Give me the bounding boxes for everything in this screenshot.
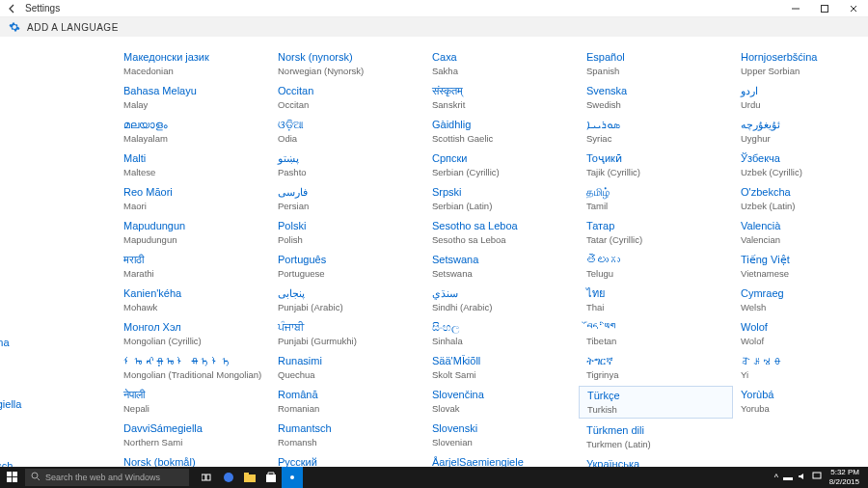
language-item[interactable]: OccitanOccitan bbox=[270, 82, 424, 113]
language-item[interactable]: arbščinaian bbox=[0, 334, 116, 365]
language-item[interactable]: SlovenčinaSlovak bbox=[424, 386, 579, 417]
language-item[interactable]: मराठीMarathi bbox=[116, 251, 270, 282]
explorer-icon[interactable] bbox=[239, 467, 260, 488]
language-item[interactable]: MaltiMaltese bbox=[116, 149, 270, 180]
settings-taskbar-icon[interactable] bbox=[282, 467, 303, 488]
language-item[interactable]: СахаSakha bbox=[424, 48, 579, 79]
language-item[interactable] bbox=[0, 194, 116, 219]
language-item[interactable]: CymraegWelsh bbox=[733, 285, 868, 315]
language-item[interactable]: RumantschRomansh bbox=[270, 420, 424, 450]
store-icon[interactable] bbox=[260, 467, 282, 488]
language-item[interactable] bbox=[0, 48, 116, 73]
language-item[interactable]: Sää'MǩiõllSkolt Sami bbox=[424, 352, 579, 383]
language-item[interactable]: EspañolSpanish bbox=[579, 48, 733, 79]
search-placeholder: Search the web and Windows bbox=[45, 473, 160, 482]
language-item[interactable]: ValenciàValencian bbox=[733, 217, 868, 248]
taskbar-clock[interactable]: 5:32 PM 8/2/2015 bbox=[827, 468, 862, 487]
language-item[interactable]: SlovenskiSlovenian bbox=[424, 420, 579, 450]
tray-chevron-icon[interactable]: ^ bbox=[774, 473, 778, 482]
language-item[interactable]: ᠮᠣᠩᠭᠣᠯ ᠬᠡᠯᠡMongolian (Traditional Mongol… bbox=[116, 352, 270, 383]
close-button[interactable] bbox=[839, 0, 868, 17]
language-item[interactable]: ไทยThai bbox=[579, 285, 733, 315]
language-item[interactable]: Tiếng ViệtVietnamese bbox=[733, 251, 868, 282]
language-item[interactable]: پښتوPashto bbox=[270, 149, 424, 180]
language-item[interactable]: O'zbekchaUzbek (Latin) bbox=[733, 183, 868, 214]
back-icon[interactable] bbox=[6, 2, 19, 15]
language-item[interactable]: Reo MāoriMaori bbox=[116, 183, 270, 214]
language-item[interactable]: li bbox=[0, 138, 116, 163]
language-item[interactable]: ТоҷикӣTajik (Cyrillic) bbox=[579, 149, 733, 180]
taskbar-search[interactable]: Search the web and Windows bbox=[25, 469, 189, 486]
page-header: ADD A LANGUAGE bbox=[0, 17, 868, 37]
language-item[interactable]: Македонски јазикMacedonian bbox=[116, 48, 270, 79]
language-item[interactable] bbox=[0, 166, 116, 191]
edge-icon[interactable] bbox=[218, 467, 239, 488]
language-item[interactable]: PolskiPolish bbox=[270, 217, 424, 248]
language-item[interactable]: SrpskiSerbian (Latin) bbox=[424, 183, 579, 214]
language-item[interactable] bbox=[0, 429, 116, 454]
language-item[interactable]: WolofWolof bbox=[733, 318, 868, 349]
language-item[interactable]: GàidhligScottish Gaelic bbox=[424, 116, 579, 147]
language-item[interactable]: Sesotho sa LeboaSesotho sa Leboa bbox=[424, 217, 579, 248]
language-item[interactable]: संस्कृतम्Sanskrit bbox=[424, 82, 579, 113]
language-item[interactable]: ଓଡ଼ିଆOdia bbox=[270, 116, 424, 147]
language-item[interactable]: ܣܘܪܝܝܐSyriac bbox=[579, 116, 733, 147]
language-item[interactable]: РусскийRussian bbox=[270, 453, 424, 467]
language-item[interactable]: ئۇيغۇرچەUyghur bbox=[733, 116, 868, 147]
language-native-name: Yorùbá bbox=[741, 388, 868, 402]
minimize-button[interactable] bbox=[781, 0, 810, 17]
language-item[interactable]: СрпскиSerbian (Cyrillic) bbox=[424, 149, 579, 180]
language-item[interactable] bbox=[0, 367, 116, 393]
language-item[interactable]: RomânăRomanian bbox=[270, 386, 424, 417]
tray-network-icon[interactable] bbox=[783, 473, 793, 482]
language-item[interactable]: ትግርኛTigrinya bbox=[579, 352, 733, 383]
language-item[interactable]: DavviSámegiellaNorthern Sami bbox=[116, 420, 270, 450]
language-item[interactable]: SvenskaSwedish bbox=[579, 82, 733, 113]
language-item[interactable]: བོད་ཡིགTibetan bbox=[579, 318, 733, 349]
maximize-button[interactable] bbox=[810, 0, 839, 17]
tray-notifications-icon[interactable] bbox=[812, 472, 822, 483]
language-item[interactable]: УкраїнськаUkrainian bbox=[579, 455, 733, 467]
language-item[interactable]: vandada bbox=[0, 104, 116, 135]
language-item[interactable]: سنڌيSindhi (Arabic) bbox=[424, 285, 579, 315]
start-button[interactable] bbox=[0, 467, 25, 488]
language-item[interactable]: فارسیPersian bbox=[270, 183, 424, 214]
language-item[interactable]: Bahasa MelayuMalay bbox=[116, 82, 270, 113]
taskview-icon[interactable] bbox=[197, 467, 218, 488]
language-item[interactable] bbox=[0, 278, 116, 303]
language-item[interactable]: Kanien'kéhaMohawk bbox=[116, 285, 270, 315]
language-item[interactable]: ꆈꌠꁱꂷYi bbox=[733, 352, 868, 383]
language-item[interactable]: اردوUrdu bbox=[733, 82, 868, 113]
language-english-name: Swedish bbox=[586, 98, 727, 111]
language-item[interactable]: uergeschrgish bbox=[0, 457, 116, 467]
language-item[interactable]: Türkmen diliTurkmen (Latin) bbox=[579, 421, 733, 452]
language-item[interactable]: ТатарTatar (Cyrillic) bbox=[579, 217, 733, 248]
language-item[interactable] bbox=[0, 306, 116, 331]
language-item[interactable]: తెలుగుTelugu bbox=[579, 251, 733, 282]
language-item[interactable]: नेपालीNepali bbox=[116, 386, 270, 417]
language-item[interactable]: தமிழ்Tamil bbox=[579, 183, 733, 214]
language-item[interactable] bbox=[0, 222, 116, 247]
language-item[interactable]: پنجابیPunjabi (Arabic) bbox=[270, 285, 424, 315]
language-english-name: Northern Sami bbox=[123, 436, 264, 448]
language-item[interactable] bbox=[0, 250, 116, 275]
language-item[interactable]: Norsk (nynorsk)Norwegian (Nynorsk) bbox=[270, 48, 424, 79]
language-item[interactable]: SetswanaSetswana bbox=[424, 251, 579, 282]
language-item[interactable]: YorùbáYoruba bbox=[733, 386, 868, 417]
language-item[interactable]: RunasimiQuechua bbox=[270, 352, 424, 383]
language-item[interactable]: Монгол ХэлMongolian (Cyrillic) bbox=[116, 318, 270, 349]
language-item[interactable]: PortuguêsPortuguese bbox=[270, 251, 424, 282]
language-item[interactable]: ÅarjelSaemiengieleSouthern Sami bbox=[424, 453, 579, 467]
language-item[interactable]: HornjoserbšćinaUpper Sorbian bbox=[733, 48, 868, 79]
language-item[interactable]: ЎзбекчаUzbek (Cyrillic) bbox=[733, 149, 868, 180]
language-item[interactable]: MapudungunMapudungun bbox=[116, 217, 270, 248]
tray-volume-icon[interactable] bbox=[798, 472, 807, 483]
language-item[interactable]: TürkçeTurkish bbox=[579, 386, 733, 419]
language-item[interactable]: ⵍ bbox=[0, 76, 116, 101]
language-native-name: Kanien'kéha bbox=[123, 286, 264, 301]
language-item[interactable]: Sámegiellai bbox=[0, 395, 116, 426]
language-item[interactable]: සිංහලSinhala bbox=[424, 318, 579, 349]
language-item[interactable]: Norsk (bokmål)Norwegian (Bokmål) bbox=[116, 453, 270, 467]
language-item[interactable]: മലയാളംMalayalam bbox=[116, 116, 270, 147]
language-item[interactable]: ਪੰਜਾਬੀPunjabi (Gurmukhi) bbox=[270, 318, 424, 349]
